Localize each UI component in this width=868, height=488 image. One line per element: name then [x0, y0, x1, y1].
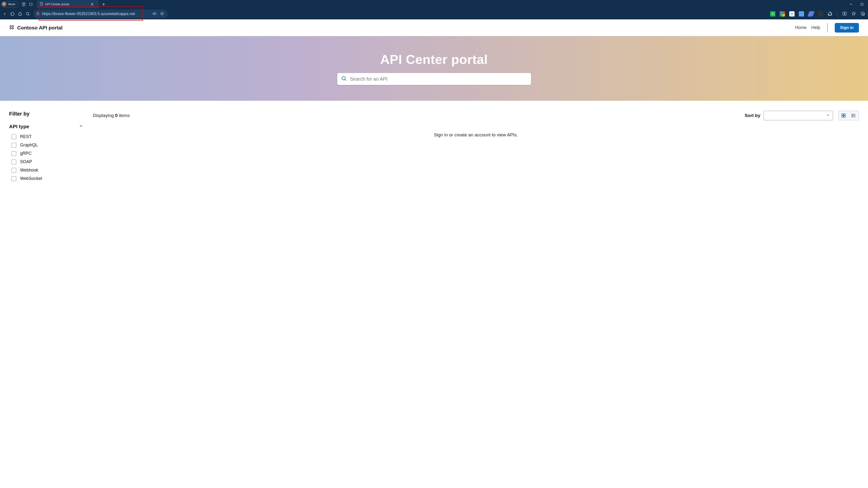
displaying-suffix: items	[118, 113, 130, 118]
brand-name: Contoso API portal	[17, 25, 62, 31]
chevron-down-icon	[826, 113, 830, 118]
filter-item[interactable]: Webhook	[11, 168, 90, 173]
view-toggle	[838, 111, 859, 120]
workspaces-icon[interactable]	[20, 1, 27, 8]
brand-icon	[9, 25, 14, 31]
browser-tab-title: API Center portal	[45, 2, 69, 6]
extension-icon[interactable]	[780, 11, 785, 17]
page-content: Contoso API portal Home Help Sign in API…	[0, 20, 868, 187]
browser-extensions: H Q	[770, 11, 867, 17]
filter-checkbox[interactable]	[11, 151, 16, 156]
filter-sidebar: Filter by API type RESTGraphQLgRPCSOAPWe…	[9, 111, 90, 181]
svg-rect-6	[845, 12, 846, 15]
tab-strip: Work API Center portal	[0, 0, 868, 8]
svg-rect-3	[37, 13, 39, 15]
svg-point-17	[852, 114, 852, 115]
brand[interactable]: Contoso API portal	[9, 25, 62, 31]
browser-nav-row: https://brave-flower-053521903.5.azurest…	[0, 8, 868, 20]
filter-checkbox[interactable]	[11, 168, 16, 173]
page-icon	[39, 2, 43, 6]
filter-checkbox[interactable]	[11, 134, 16, 139]
svg-rect-1	[861, 3, 863, 5]
svg-point-11	[12, 28, 13, 29]
profile-label: Work	[8, 2, 15, 6]
extensions-menu-icon[interactable]	[828, 11, 832, 17]
filter-item[interactable]: WebSocket	[11, 176, 90, 181]
svg-rect-16	[844, 116, 845, 117]
results-count: Displaying 0 items	[93, 113, 130, 118]
filter-checkbox[interactable]	[11, 176, 16, 181]
api-search[interactable]	[337, 73, 531, 85]
filter-item-label: Webhook	[20, 168, 38, 173]
svg-point-2	[26, 12, 29, 15]
extension-icon[interactable]	[799, 11, 804, 17]
nav-help[interactable]: Help	[811, 25, 820, 30]
chevron-up-icon	[79, 124, 83, 129]
list-view-button[interactable]	[848, 111, 859, 120]
results-toolbar: Displaying 0 items Sort by	[93, 111, 859, 120]
filter-item-label: GraphQL	[20, 142, 38, 148]
sort-by-label: Sort by	[745, 113, 760, 118]
filter-item-label: SOAP	[20, 159, 32, 164]
svg-point-9	[12, 25, 13, 27]
divider	[827, 23, 828, 32]
grid-view-button[interactable]	[839, 111, 848, 120]
hero: API Center portal	[0, 36, 868, 101]
svg-rect-4	[829, 12, 831, 15]
refresh-button[interactable]	[9, 10, 16, 17]
extension-icon[interactable]: H	[770, 11, 775, 17]
filter-group-api-type[interactable]: API type	[9, 124, 90, 129]
favorites-list-icon[interactable]	[851, 11, 856, 17]
sign-in-button[interactable]: Sign in	[835, 23, 859, 33]
profile-switcher[interactable]: Work	[1, 1, 19, 7]
filter-list: RESTGraphQLgRPCSOAPWebhookWebSocket	[9, 134, 90, 181]
sort-by-select[interactable]	[764, 111, 833, 120]
svg-point-8	[10, 25, 11, 27]
filter-item-label: REST	[20, 134, 32, 139]
search-input[interactable]	[350, 76, 527, 82]
filter-checkbox[interactable]	[11, 143, 16, 148]
extension-icon[interactable]: Q	[789, 11, 795, 17]
extension-icon[interactable]	[807, 11, 815, 17]
page-header: Contoso API portal Home Help Sign in	[0, 20, 868, 36]
avatar	[2, 2, 7, 7]
split-screen-icon[interactable]	[842, 11, 847, 17]
filter-by-heading: Filter by	[9, 111, 90, 117]
filter-item[interactable]: GraphQL	[11, 142, 90, 148]
filter-item-label: gRPC	[20, 151, 32, 156]
browser-chrome: Work API Center portal	[0, 0, 868, 20]
read-aloud-icon[interactable]	[152, 11, 156, 17]
home-button[interactable]	[17, 10, 24, 17]
lock-icon	[36, 11, 40, 17]
filter-item[interactable]: REST	[11, 134, 90, 139]
svg-rect-15	[842, 116, 843, 117]
nav-home[interactable]: Home	[795, 25, 806, 30]
search-icon	[341, 75, 347, 82]
window-maximize-icon[interactable]	[858, 1, 866, 8]
address-bar[interactable]: https://brave-flower-053521903.5.azurest…	[33, 9, 167, 18]
filter-group-title: API type	[9, 124, 29, 129]
browser-tab-active[interactable]: API Center portal	[37, 0, 99, 8]
filter-item[interactable]: gRPC	[11, 151, 90, 156]
divider	[837, 11, 837, 17]
filter-item[interactable]: SOAP	[11, 159, 90, 164]
svg-point-12	[342, 76, 345, 80]
extension-icon[interactable]	[818, 11, 823, 17]
filter-item-label: WebSocket	[20, 176, 42, 181]
tab-actions-icon[interactable]	[28, 1, 34, 8]
results-area: Displaying 0 items Sort by	[93, 111, 859, 181]
displaying-prefix: Displaying	[93, 113, 115, 118]
window-minimize-icon[interactable]	[847, 1, 855, 8]
new-tab-button[interactable]	[100, 1, 107, 8]
hero-title: API Center portal	[380, 52, 488, 67]
svg-point-18	[852, 115, 852, 116]
favorite-icon[interactable]	[160, 11, 164, 17]
filter-checkbox[interactable]	[11, 160, 16, 164]
search-button[interactable]	[24, 10, 31, 17]
back-button[interactable]	[1, 10, 8, 17]
svg-point-10	[10, 28, 11, 29]
collections-icon[interactable]	[860, 11, 865, 17]
close-tab-icon[interactable]	[89, 1, 95, 8]
svg-rect-13	[842, 114, 843, 115]
svg-rect-5	[843, 12, 844, 15]
